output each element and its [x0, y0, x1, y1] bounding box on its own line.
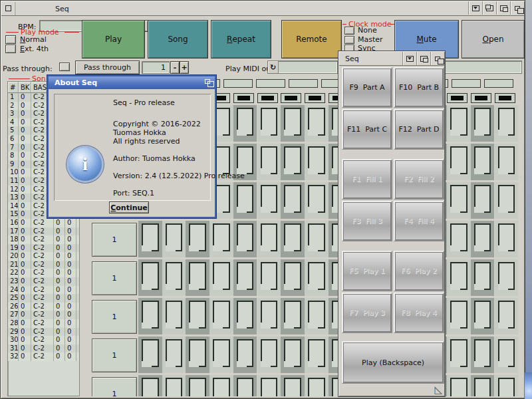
led-cell[interactable] [495, 93, 515, 103]
led-cell[interactable] [233, 93, 254, 103]
step-cell[interactable] [281, 105, 305, 142]
position-cell[interactable] [452, 79, 481, 88]
pattern-button[interactable]: 1 [92, 338, 137, 372]
step-cell[interactable] [495, 336, 519, 373]
clockmode-checkbox-none[interactable] [344, 27, 354, 35]
remote-button[interactable]: Remote [281, 20, 342, 59]
step-cell[interactable] [447, 105, 471, 142]
step-cell[interactable] [233, 336, 257, 373]
step-cell[interactable] [305, 105, 329, 142]
table-row[interactable]: 200C-200 [8, 252, 79, 261]
step-cell[interactable] [281, 298, 305, 334]
step-cell[interactable] [281, 259, 305, 296]
play-button-3[interactable]: F7 Play 3 [342, 293, 392, 333]
snapshot-gadget[interactable] [416, 52, 430, 65]
step-cell[interactable] [162, 298, 186, 334]
depth-gadget[interactable] [430, 52, 444, 65]
table-row[interactable]: 190C-200 [8, 244, 79, 253]
table-row[interactable]: 290C-200 [8, 328, 79, 336]
step-cell[interactable] [162, 259, 186, 296]
step-cell[interactable] [447, 182, 471, 219]
step-cell[interactable] [471, 375, 495, 396]
step-cell[interactable] [186, 375, 209, 396]
step-cell[interactable] [305, 375, 329, 396]
step-cell[interactable] [209, 259, 233, 296]
depth-gadget[interactable] [205, 79, 210, 84]
step-cell[interactable] [186, 259, 209, 296]
table-row[interactable]: 250C-200 [8, 294, 79, 303]
step-cell[interactable] [471, 336, 495, 373]
table-row[interactable]: 320C-200 [8, 352, 79, 361]
open-button[interactable]: Open [462, 20, 525, 59]
part-button-d[interactable]: F12 Part D [394, 109, 444, 150]
iconify-gadget[interactable] [402, 52, 416, 65]
step-cell[interactable] [186, 298, 209, 334]
step-cell[interactable] [257, 144, 281, 180]
table-row[interactable]: 270C-200 [8, 311, 79, 319]
step-cell[interactable] [138, 221, 162, 257]
step-cell[interactable] [209, 221, 233, 257]
table-row[interactable]: 280C-200 [8, 319, 79, 328]
pattern-button[interactable]: 1 [92, 261, 137, 295]
iconify-gadget[interactable] [468, 1, 482, 15]
fill-button-1[interactable]: F1 Fill 1 [342, 159, 392, 200]
step-cell[interactable] [281, 336, 305, 373]
step-cell[interactable] [233, 298, 257, 334]
depth-gadget[interactable] [510, 1, 524, 15]
part-button-b[interactable]: F10 Part B [394, 67, 444, 108]
step-cell[interactable] [233, 221, 257, 257]
step-cell[interactable] [186, 221, 209, 257]
step-cell[interactable] [471, 144, 495, 180]
step-cell[interactable] [305, 144, 329, 180]
part-button-a[interactable]: F9 Part A [342, 67, 392, 108]
led-cell[interactable] [257, 93, 278, 103]
step-cell[interactable] [305, 298, 329, 334]
table-row[interactable]: 260C-200 [8, 303, 79, 311]
pattern-button[interactable]: 1 [92, 223, 137, 257]
step-cell[interactable] [471, 105, 495, 142]
step-cell[interactable] [257, 182, 281, 219]
playmode-checkbox-normal[interactable] [5, 35, 16, 44]
step-cell[interactable] [471, 221, 495, 257]
step-cell[interactable] [138, 375, 162, 396]
playmode-checkbox-ext-4th[interactable] [5, 45, 16, 53]
step-cell[interactable] [209, 375, 233, 396]
led-cell[interactable] [305, 93, 325, 103]
table-row[interactable]: 220C-200 [8, 269, 79, 277]
clockmode-checkbox-master[interactable] [344, 36, 354, 44]
step-cell[interactable] [471, 259, 495, 296]
step-cell[interactable] [233, 375, 257, 396]
step-cell[interactable] [471, 182, 495, 219]
step-cell[interactable] [257, 298, 281, 334]
position-cell[interactable] [484, 79, 513, 88]
play-button-1[interactable]: F5 Play 1 [342, 251, 392, 291]
pass-through-minus-button[interactable]: - [170, 61, 180, 74]
step-cell[interactable] [281, 182, 305, 219]
led-cell[interactable] [447, 93, 467, 103]
step-cell[interactable] [186, 336, 209, 373]
pass-through-plus-button[interactable]: + [180, 61, 189, 74]
step-cell[interactable] [495, 182, 519, 219]
pattern-button[interactable]: 1 [92, 300, 137, 334]
play-button[interactable]: Play [82, 20, 145, 59]
table-row[interactable]: 230C-200 [8, 277, 79, 286]
table-row[interactable]: 210C-200 [8, 261, 79, 269]
song-button[interactable]: Song [148, 20, 208, 59]
step-cell[interactable] [447, 336, 471, 373]
step-cell[interactable] [495, 375, 519, 396]
step-cell[interactable] [471, 298, 495, 334]
step-cell[interactable] [162, 336, 186, 373]
step-cell[interactable] [257, 375, 281, 396]
pass-through-button[interactable]: Pass through [75, 61, 140, 74]
continue-button[interactable]: Continue [109, 201, 149, 213]
snapshot-gadget[interactable] [496, 1, 510, 15]
table-row[interactable]: 170C-200 [8, 227, 79, 236]
step-cell[interactable] [281, 144, 305, 180]
step-cell[interactable] [447, 144, 471, 180]
step-cell[interactable] [305, 336, 329, 373]
position-cell[interactable] [223, 79, 253, 88]
step-cell[interactable] [495, 221, 519, 257]
table-row[interactable]: 240C-200 [8, 286, 79, 295]
play-button-4[interactable]: F8 Play 4 [394, 293, 444, 333]
led-cell[interactable] [281, 93, 301, 103]
